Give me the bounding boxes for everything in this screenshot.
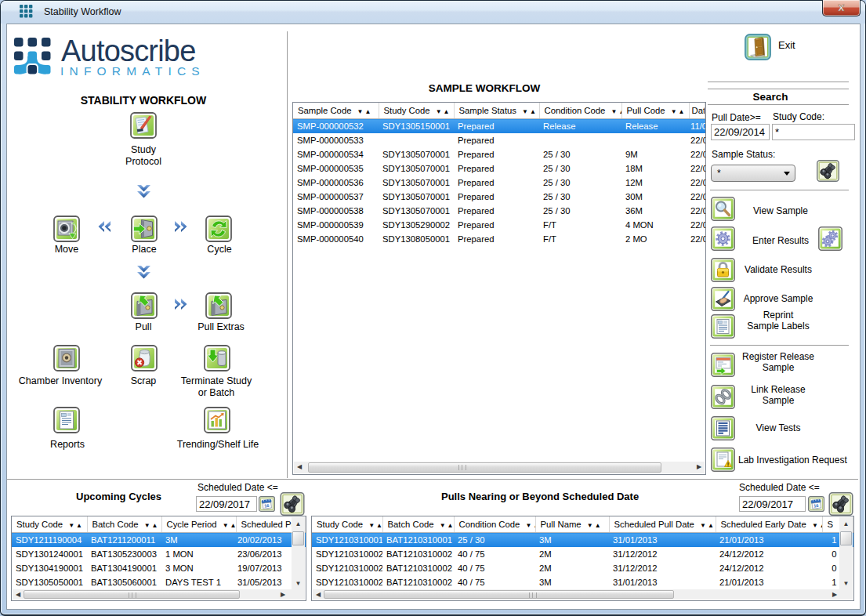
svg-text:16: 16 <box>813 503 819 509</box>
svg-text:16: 16 <box>264 503 270 509</box>
